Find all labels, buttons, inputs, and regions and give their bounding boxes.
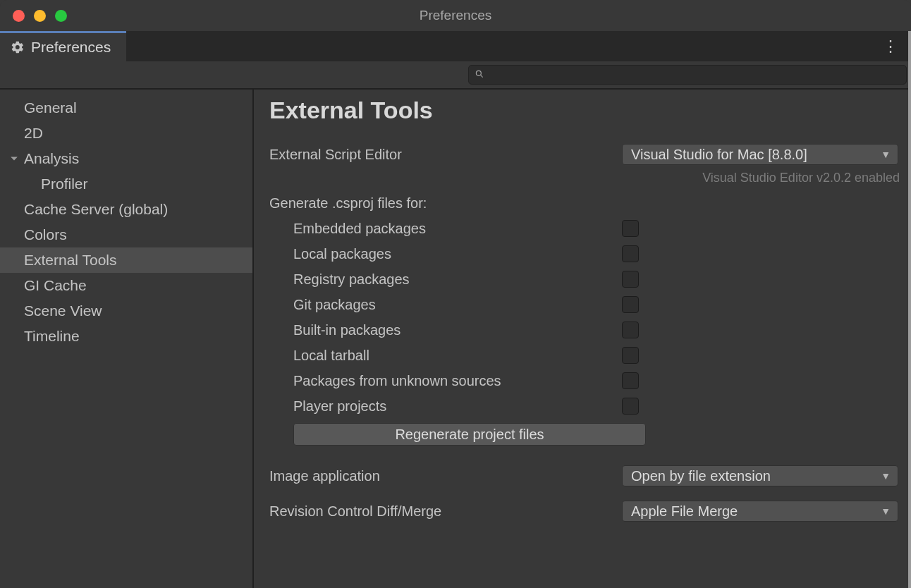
search-icon	[475, 69, 484, 81]
toolbar	[0, 61, 911, 88]
label-player-projects: Player projects	[269, 398, 622, 415]
checkbox-local-packages[interactable]	[622, 245, 639, 262]
checkbox-git-packages[interactable]	[622, 296, 639, 313]
sidebar-item-label: GI Cache	[24, 275, 87, 296]
dropdown-value: Visual Studio for Mac [8.8.0]	[631, 147, 807, 163]
sidebar: General 2D Analysis Profiler Cache Serve…	[0, 90, 254, 588]
sidebar-item-label: Scene View	[24, 300, 102, 321]
sidebar-item-label: Profiler	[41, 173, 88, 195]
row-local-tarball: Local tarball	[269, 343, 901, 368]
page-title: External Tools	[269, 97, 901, 124]
row-embedded-packages: Embedded packages	[269, 216, 901, 241]
label-builtin-packages: Built-in packages	[269, 322, 622, 338]
sidebar-item-label: Analysis	[24, 148, 79, 169]
window-resize-handle[interactable]	[908, 31, 911, 588]
csproj-section-label: Generate .csproj files for:	[269, 191, 901, 216]
row-player-projects: Player projects	[269, 393, 901, 419]
label-registry-packages: Registry packages	[269, 271, 622, 288]
label-external-script-editor: External Script Editor	[269, 147, 622, 163]
dropdown-value: Apple File Merge	[631, 503, 738, 520]
button-label: Regenerate project files	[395, 427, 544, 443]
close-window-button[interactable]	[13, 10, 25, 22]
sidebar-item-label: General	[24, 97, 77, 118]
chevron-down-icon: ▼	[881, 470, 891, 482]
svg-point-0	[476, 71, 481, 75]
sidebar-item-label: Cache Server (global)	[24, 199, 168, 220]
sidebar-item-profiler[interactable]: Profiler	[0, 171, 252, 197]
sidebar-item-analysis[interactable]: Analysis	[0, 146, 252, 171]
sidebar-item-colors[interactable]: Colors	[0, 222, 252, 247]
tab-bar: Preferences ⋮	[0, 31, 911, 61]
label-image-application: Image application	[269, 468, 622, 484]
tab-context-menu-button[interactable]: ⋮	[877, 31, 904, 61]
sidebar-item-cache-server[interactable]: Cache Server (global)	[0, 197, 252, 222]
content-panel: External Tools External Script Editor Vi…	[254, 90, 911, 588]
row-image-application: Image application Open by file extension…	[269, 463, 901, 489]
label-local-tarball: Local tarball	[269, 348, 622, 364]
tab-preferences[interactable]: Preferences	[0, 31, 126, 61]
checkbox-embedded-packages[interactable]	[622, 220, 639, 237]
sidebar-item-gi-cache[interactable]: GI Cache	[0, 273, 252, 298]
label-git-packages: Git packages	[269, 297, 622, 313]
sidebar-item-external-tools[interactable]: External Tools	[0, 247, 252, 273]
row-builtin-packages: Built-in packages	[269, 317, 901, 343]
label-unknown-packages: Packages from unknown sources	[269, 373, 622, 389]
checkbox-local-tarball[interactable]	[622, 347, 639, 364]
row-revision-control: Revision Control Diff/Merge Apple File M…	[269, 498, 901, 525]
preferences-window: Preferences Preferences ⋮ General 2D	[0, 0, 911, 588]
traffic-lights	[0, 10, 67, 22]
sidebar-item-label: Colors	[24, 224, 67, 245]
script-editor-helper-text: Visual Studio Editor v2.0.2 enabled	[269, 168, 901, 191]
row-registry-packages: Registry packages	[269, 267, 901, 292]
label-revision-control: Revision Control Diff/Merge	[269, 503, 622, 520]
kebab-icon: ⋮	[883, 37, 898, 56]
regenerate-project-files-button[interactable]: Regenerate project files	[293, 423, 646, 446]
window-title: Preferences	[0, 8, 911, 23]
dropdown-value: Open by file extension	[631, 468, 771, 484]
dropdown-external-script-editor[interactable]: Visual Studio for Mac [8.8.0] ▼	[622, 144, 898, 165]
dropdown-revision-control[interactable]: Apple File Merge ▼	[622, 501, 898, 522]
sidebar-item-2d[interactable]: 2D	[0, 121, 252, 146]
row-local-packages: Local packages	[269, 241, 901, 267]
label-embedded-packages: Embedded packages	[269, 221, 622, 237]
checkbox-unknown-packages[interactable]	[622, 372, 639, 389]
checkbox-builtin-packages[interactable]	[622, 321, 639, 338]
sidebar-item-label: Timeline	[24, 326, 80, 347]
checkbox-registry-packages[interactable]	[622, 271, 639, 288]
search-input[interactable]	[489, 68, 900, 81]
tab-label: Preferences	[31, 39, 111, 56]
sidebar-item-timeline[interactable]: Timeline	[0, 324, 252, 349]
row-unknown-packages: Packages from unknown sources	[269, 368, 901, 393]
sidebar-item-scene-view[interactable]: Scene View	[0, 298, 252, 324]
row-external-script-editor: External Script Editor Visual Studio for…	[269, 141, 901, 168]
chevron-down-icon: ▼	[881, 149, 891, 160]
sidebar-item-label: 2D	[24, 123, 43, 144]
body: General 2D Analysis Profiler Cache Serve…	[0, 88, 911, 588]
label-local-packages: Local packages	[269, 246, 622, 262]
sidebar-item-label: External Tools	[24, 250, 117, 271]
checkbox-player-projects[interactable]	[622, 398, 639, 415]
sidebar-item-general[interactable]: General	[0, 95, 252, 121]
svg-line-1	[480, 75, 482, 77]
chevron-down-icon	[8, 154, 20, 163]
titlebar: Preferences	[0, 0, 911, 31]
maximize-window-button[interactable]	[55, 10, 67, 22]
gear-icon	[10, 39, 25, 55]
dropdown-image-application[interactable]: Open by file extension ▼	[622, 465, 898, 486]
search-field[interactable]	[468, 65, 907, 85]
chevron-down-icon: ▼	[881, 506, 891, 517]
minimize-window-button[interactable]	[34, 10, 46, 22]
row-git-packages: Git packages	[269, 292, 901, 317]
